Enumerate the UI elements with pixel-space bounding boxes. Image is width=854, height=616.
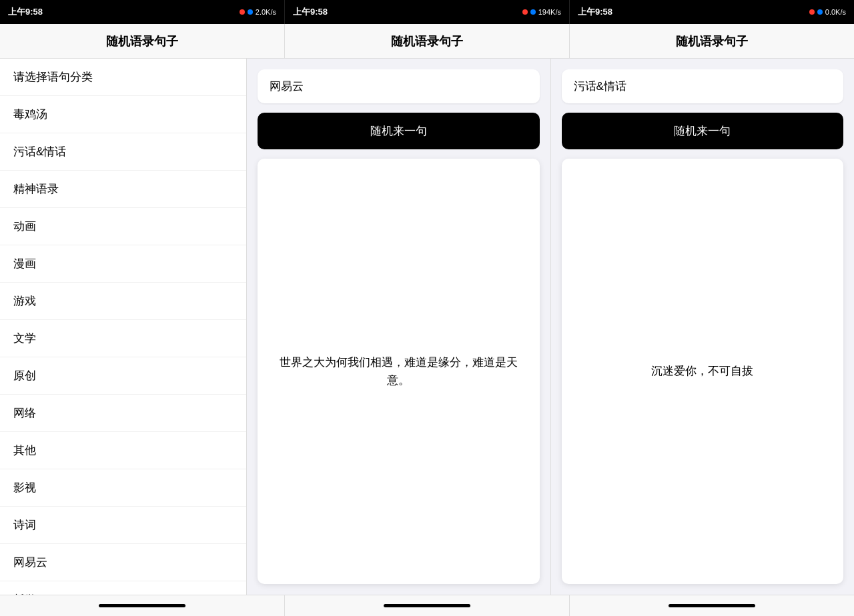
- title-bar-right: 随机语录句子: [570, 24, 854, 58]
- title-left: 随机语录句子: [106, 33, 178, 49]
- category-list-panel: 请选择语句分类 毒鸡汤 污话&情话 精神语录 动画 漫画 游戏 文学 原创 网络…: [0, 59, 247, 595]
- status-dot-red-right: [809, 9, 815, 15]
- middle-category-selector[interactable]: 网易云: [258, 69, 540, 103]
- home-indicator-left: [99, 604, 185, 607]
- status-time-middle: 上午9:58: [293, 6, 328, 18]
- category-item-4[interactable]: 动画: [0, 208, 246, 245]
- right-quote-card: 沉迷爱你，不可自拔: [562, 159, 844, 584]
- category-item-3[interactable]: 精神语录: [0, 171, 246, 208]
- status-bar-right: 上午9:58 0.0K/s: [570, 0, 854, 24]
- status-icons-left: 2.0K/s: [240, 8, 276, 16]
- middle-category-label: 网易云: [270, 79, 304, 94]
- status-speed-middle: 194K/s: [538, 8, 561, 16]
- bottom-bar-row: [0, 595, 854, 616]
- main-content: 请选择语句分类 毒鸡汤 污话&情话 精神语录 动画 漫画 游戏 文学 原创 网络…: [0, 59, 854, 595]
- category-item-14[interactable]: 哲学: [0, 581, 246, 595]
- category-item-2[interactable]: 污话&情话: [0, 133, 246, 171]
- category-item-1[interactable]: 毒鸡汤: [0, 96, 246, 133]
- bottom-indicator-middle: [285, 595, 570, 616]
- category-item-13[interactable]: 网易云: [0, 544, 246, 581]
- category-item-5[interactable]: 漫画: [0, 245, 246, 283]
- title-bar-row: 随机语录句子 随机语录句子 随机语录句子: [0, 24, 854, 59]
- category-item-6[interactable]: 游戏: [0, 283, 246, 320]
- right-category-selector[interactable]: 污话&情话: [562, 69, 844, 103]
- title-right: 随机语录句子: [676, 33, 748, 49]
- bottom-indicator-left: [0, 595, 285, 616]
- category-item-8[interactable]: 原创: [0, 357, 246, 395]
- status-time-right: 上午9:58: [578, 6, 612, 18]
- bottom-indicator-right: [570, 595, 854, 616]
- status-speed-right: 0.0K/s: [825, 8, 846, 16]
- status-dot-blue-right: [817, 9, 823, 15]
- home-indicator-right: [669, 604, 755, 607]
- category-item-0[interactable]: 请选择语句分类: [0, 59, 246, 96]
- category-item-11[interactable]: 影视: [0, 469, 246, 507]
- middle-quote-text: 世界之大为何我们相遇，难道是缘分，难道是天意。: [274, 353, 524, 389]
- right-random-button[interactable]: 随机来一句: [562, 113, 844, 149]
- category-item-10[interactable]: 其他: [0, 432, 246, 469]
- category-item-9[interactable]: 网络: [0, 395, 246, 432]
- title-middle: 随机语录句子: [391, 33, 463, 49]
- status-icons-middle: 194K/s: [522, 8, 561, 16]
- status-dot-blue-middle: [530, 9, 536, 15]
- category-item-12[interactable]: 诗词: [0, 507, 246, 544]
- right-quote-text: 沉迷爱你，不可自拔: [651, 362, 753, 380]
- status-bar-middle: 上午9:58 194K/s: [285, 0, 570, 24]
- status-dot-red-middle: [522, 9, 528, 15]
- right-category-label: 污话&情话: [574, 79, 626, 94]
- status-speed-left: 2.0K/s: [256, 8, 276, 16]
- title-bar-left: 随机语录句子: [0, 24, 285, 58]
- middle-quote-card: 世界之大为何我们相遇，难道是缘分，难道是天意。: [258, 159, 540, 584]
- status-icons-right: 0.0K/s: [809, 8, 846, 16]
- category-item-7[interactable]: 文学: [0, 320, 246, 357]
- status-bar-row: 上午9:58 2.0K/s 上午9:58 194K/s 上午9:58 0.0K/…: [0, 0, 854, 24]
- title-bar-middle: 随机语录句子: [285, 24, 570, 58]
- status-bar-left: 上午9:58 2.0K/s: [0, 0, 285, 24]
- right-panel: 污话&情话 随机来一句 沉迷爱你，不可自拔: [550, 59, 855, 595]
- status-dot-red-left: [240, 9, 245, 15]
- status-time-left: 上午9:58: [8, 6, 43, 18]
- middle-panel: 网易云 随机来一句 世界之大为何我们相遇，难道是缘分，难道是天意。: [247, 59, 550, 595]
- home-indicator-middle: [384, 604, 470, 607]
- status-dot-blue-left: [248, 9, 253, 15]
- middle-random-button[interactable]: 随机来一句: [258, 113, 540, 149]
